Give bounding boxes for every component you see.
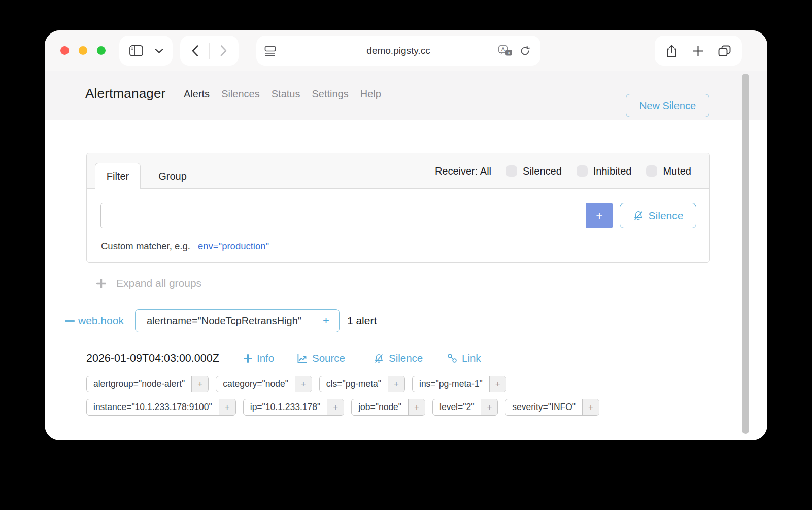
toolbar-actions-group	[655, 36, 742, 66]
reload-icon[interactable]	[520, 46, 530, 56]
alert-labels-row-2: instance="10.1.233.178:9100"+ ip="10.1.2…	[86, 399, 599, 416]
hint-example-link[interactable]: env="production"	[198, 241, 269, 251]
matcher-hint: Custom matcher, e.g. env="production"	[101, 241, 269, 252]
browser-toolbar: demo.pigsty.cc Ax	[45, 30, 767, 71]
label-chip-category: category="node"+	[216, 376, 312, 392]
chevron-down-icon[interactable]	[155, 48, 163, 54]
close-window-button[interactable]	[60, 46, 69, 55]
label-text: job="node"	[352, 399, 408, 415]
group-matcher-add-button[interactable]: +	[313, 310, 339, 332]
alert-info-button[interactable]: Info	[244, 352, 274, 364]
label-add-button[interactable]: +	[219, 399, 235, 415]
label-chip-instance: instance="10.1.233.178:9100"+	[86, 399, 236, 416]
inhibited-checkbox[interactable]	[577, 165, 588, 177]
filter-card-header: Filter Group Receiver: All Silenced Inhi…	[87, 153, 709, 189]
group-matcher-text: alertname="NodeTcpRetransHigh"	[136, 310, 313, 332]
receiver-label[interactable]: Receiver: All	[435, 165, 491, 177]
label-chip-cls: cls="pg-meta"+	[319, 376, 405, 392]
sidebar-icon[interactable]	[129, 45, 143, 56]
label-chip-level: level="2"+	[432, 399, 498, 416]
hint-text: Custom matcher, e.g.	[101, 241, 190, 251]
label-text: alertgroup="node-alert"	[87, 376, 191, 392]
inhibited-label: Inhibited	[593, 165, 632, 177]
label-text: level="2"	[433, 399, 481, 415]
new-tab-icon[interactable]	[692, 45, 704, 57]
silence-button[interactable]: Silence	[620, 203, 696, 228]
label-text: instance="10.1.233.178:9100"	[87, 399, 219, 415]
collapse-group-icon[interactable]	[65, 320, 75, 322]
info-label: Info	[257, 352, 274, 364]
silenced-checkbox[interactable]	[506, 165, 517, 177]
url-text[interactable]: demo.pigsty.cc	[256, 45, 540, 56]
label-chip-ip: ip="10.1.233.178"+	[243, 399, 344, 416]
share-icon[interactable]	[666, 44, 678, 58]
expand-all-groups-button[interactable]: Expand all groups	[96, 277, 201, 289]
silenced-label: Silenced	[523, 165, 562, 177]
matcher-input[interactable]	[100, 203, 586, 228]
alert-labels-row-1: alertgroup="node-alert"+ category="node"…	[86, 376, 506, 392]
nav-item-settings[interactable]: Settings	[312, 88, 348, 100]
svg-text:A: A	[501, 46, 505, 52]
alert-link-button[interactable]: Link	[447, 352, 481, 364]
tab-group[interactable]: Group	[146, 163, 199, 189]
toolbar-divider	[209, 43, 210, 59]
label-add-button[interactable]: +	[388, 376, 404, 392]
nav-item-alerts[interactable]: Alerts	[184, 88, 210, 100]
alert-group-row: web.hook alertname="NodeTcpRetransHigh" …	[65, 309, 377, 332]
page-scrollbar[interactable]	[742, 74, 749, 434]
expand-all-groups-label: Expand all groups	[116, 277, 201, 289]
label-add-button[interactable]: +	[327, 399, 344, 415]
muted-label: Muted	[663, 165, 691, 177]
checkbox-group-inhibited: Inhibited	[577, 165, 632, 177]
label-chip-ins: ins="pg-meta-1"+	[412, 376, 506, 392]
tab-filter[interactable]: Filter	[95, 163, 141, 189]
nav-item-status[interactable]: Status	[272, 88, 300, 100]
history-nav-group	[180, 36, 239, 66]
label-text: severity="INFO"	[505, 399, 582, 415]
muted-checkbox[interactable]	[646, 165, 657, 177]
add-matcher-button[interactable]: +	[586, 203, 613, 228]
nav-item-help[interactable]: Help	[360, 88, 381, 100]
source-label: Source	[312, 352, 345, 364]
link-icon	[447, 353, 457, 363]
label-chip-severity: severity="INFO"+	[505, 399, 599, 416]
silence-label: Silence	[389, 352, 423, 364]
label-add-button[interactable]: +	[295, 376, 312, 392]
alertmanager-navbar: Alertmanager Alerts Silences Status Sett…	[45, 71, 767, 120]
label-text: ins="pg-meta-1"	[413, 376, 489, 392]
label-text: ip="10.1.233.178"	[244, 399, 327, 415]
label-text: category="node"	[216, 376, 295, 392]
label-chip-alertgroup: alertgroup="node-alert"+	[86, 376, 209, 392]
zoom-window-button[interactable]	[97, 46, 106, 55]
plus-icon	[96, 279, 106, 288]
translate-icon[interactable]: Ax	[498, 45, 513, 57]
alert-count: 1 alert	[347, 315, 377, 327]
app-brand[interactable]: Alertmanager	[85, 86, 165, 101]
group-matcher-chip: alertname="NodeTcpRetransHigh" +	[135, 309, 340, 332]
label-text: cls="pg-meta"	[320, 376, 388, 392]
label-add-button[interactable]: +	[191, 376, 208, 392]
group-receiver-link[interactable]: web.hook	[78, 315, 135, 327]
plus-icon	[244, 354, 252, 363]
tab-overview-icon[interactable]	[718, 45, 731, 57]
bell-slash-icon	[633, 210, 644, 221]
alert-silence-button[interactable]: Silence	[374, 352, 423, 364]
alert-source-button[interactable]: Source	[297, 352, 345, 364]
sidebar-toolbar-group	[119, 36, 173, 66]
browser-window: demo.pigsty.cc Ax Alertmanager	[45, 30, 767, 440]
label-add-button[interactable]: +	[489, 376, 506, 392]
label-add-button[interactable]: +	[582, 399, 599, 415]
filter-card: Filter Group Receiver: All Silenced Inhi…	[86, 153, 710, 263]
new-silence-button[interactable]: New Silence	[626, 94, 709, 117]
address-bar[interactable]: demo.pigsty.cc Ax	[256, 36, 540, 66]
label-add-button[interactable]: +	[481, 399, 497, 415]
back-icon[interactable]	[191, 45, 198, 57]
label-add-button[interactable]: +	[408, 399, 425, 415]
chart-icon	[297, 353, 308, 364]
nav-item-silences[interactable]: Silences	[221, 88, 260, 100]
filter-card-body: + Silence Custom matcher, e.g. env="prod…	[87, 189, 709, 263]
alert-timestamp: 2026-01-09T04:03:00.000Z	[86, 352, 244, 365]
forward-icon[interactable]	[220, 45, 227, 57]
checkbox-group-silenced: Silenced	[506, 165, 562, 177]
minimize-window-button[interactable]	[79, 46, 87, 55]
